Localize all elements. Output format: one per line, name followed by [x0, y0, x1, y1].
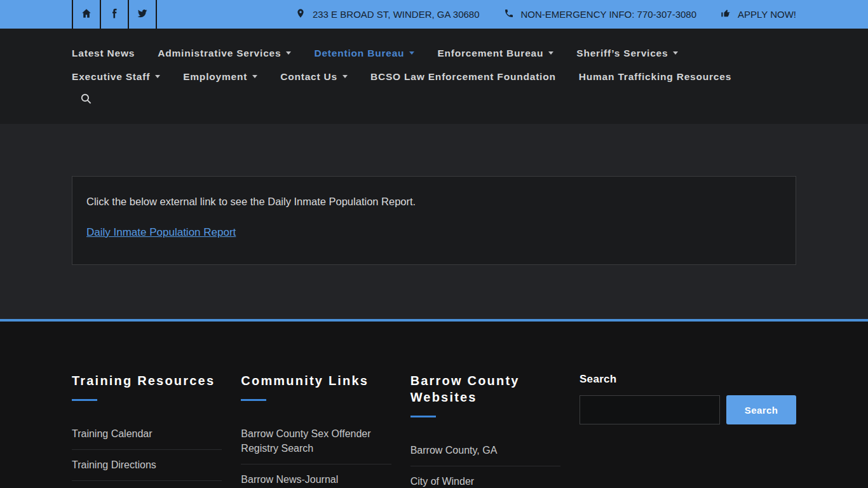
nav-item-executive-staff[interactable]: Executive Staff [72, 71, 160, 83]
notice-text: Click the below external link to see the… [86, 194, 782, 210]
footer-search-button[interactable]: Search [726, 395, 796, 424]
nav-row-1: Latest News Administrative Services Dete… [72, 41, 796, 65]
facebook-button[interactable] [101, 0, 129, 29]
phone-text: NON-EMERGENCY INFO: 770-307-3080 [521, 9, 696, 20]
footer-column-training-resources: Training Resources Training Calendar Tra… [72, 372, 222, 488]
nav-item-detention-bureau[interactable]: Detention Bureau [314, 48, 414, 59]
nav-row-2: Executive Staff Employment Contact Us BC… [72, 65, 796, 88]
caret-down-icon [409, 51, 414, 55]
home-icon [81, 8, 92, 22]
footer-link-training-calendar[interactable]: Training Calendar [72, 426, 222, 450]
search-label: Search [580, 372, 796, 386]
nav-label: Contact Us [280, 71, 337, 83]
caret-down-icon [342, 75, 348, 78]
footer-column-barrow-county-websites: Barrow County Websites Barrow County, GA… [410, 372, 560, 488]
nav-label: Executive Staff [72, 71, 150, 83]
nav-label: Sheriff’s Services [576, 48, 668, 59]
topbar-info: 233 E BROAD ST, WINDER, GA 30680 NON-EME… [157, 0, 868, 29]
footer-heading: Barrow County Websites [410, 372, 560, 405]
caret-down-icon [673, 51, 678, 55]
nav-label: Human Trafficking Resources [579, 71, 731, 83]
nav-item-employment[interactable]: Employment [183, 71, 257, 83]
phone-icon [504, 8, 514, 20]
nav-label: BCSO Law Enforcement Foundation [370, 71, 556, 83]
twitter-icon [137, 8, 148, 22]
heading-underline [72, 399, 97, 401]
footer-search-widget: Search Search [580, 372, 796, 488]
footer-link-barrow-news-journal[interactable]: Barrow News-Journal [241, 464, 391, 488]
twitter-button[interactable] [129, 0, 157, 29]
nav-label: Detention Bureau [314, 48, 404, 59]
social-links [72, 0, 157, 29]
caret-down-icon [286, 51, 291, 55]
main-content: Click the below external link to see the… [0, 124, 868, 319]
footer-link-training-request-forms[interactable]: Training Request Forms [72, 481, 222, 488]
daily-inmate-population-report-link[interactable]: Daily Inmate Population Report [86, 226, 236, 239]
nav-label: Latest News [72, 48, 135, 59]
nav-item-administrative-services[interactable]: Administrative Services [158, 48, 291, 59]
search-icon [80, 93, 92, 107]
footer-link-barrow-county-ga[interactable]: Barrow County, GA [410, 443, 560, 466]
thumbs-up-icon [721, 8, 731, 20]
map-pin-icon [295, 8, 306, 20]
footer-search-input[interactable] [580, 395, 720, 424]
nav-label: Employment [183, 71, 247, 83]
footer-link-training-directions[interactable]: Training Directions [72, 450, 222, 481]
footer-heading: Training Resources [72, 372, 222, 389]
nav-item-contact-us[interactable]: Contact Us [280, 71, 348, 83]
apply-now-link[interactable]: APPLY NOW! [721, 8, 796, 20]
nav-item-enforcement-bureau[interactable]: Enforcement Bureau [437, 48, 553, 59]
facebook-icon [109, 8, 120, 22]
caret-down-icon [548, 51, 553, 55]
nav-row-3 [72, 88, 796, 112]
caret-down-icon [252, 75, 257, 78]
nav-item-bcso-foundation[interactable]: BCSO Law Enforcement Foundation [370, 71, 556, 83]
topbar: 233 E BROAD ST, WINDER, GA 30680 NON-EME… [0, 0, 868, 29]
address-text: 233 E BROAD ST, WINDER, GA 30680 [313, 9, 480, 20]
nav-item-human-trafficking[interactable]: Human Trafficking Resources [579, 71, 731, 83]
footer-link-city-of-winder[interactable]: City of Winder [410, 466, 560, 488]
nav-item-sheriffs-services[interactable]: Sheriff’s Services [576, 48, 678, 59]
footer-column-community-links: Community Links Barrow County Sex Offend… [241, 372, 391, 488]
nav-search-button[interactable] [80, 93, 92, 107]
address-item: 233 E BROAD ST, WINDER, GA 30680 [295, 8, 480, 20]
main-navigation: Latest News Administrative Services Dete… [0, 29, 868, 124]
nav-item-latest-news[interactable]: Latest News [72, 48, 135, 59]
footer-heading: Community Links [241, 372, 391, 389]
home-button[interactable] [73, 0, 101, 29]
heading-underline [241, 399, 266, 401]
heading-underline [410, 416, 436, 417]
footer: Training Resources Training Calendar Tra… [0, 322, 868, 488]
apply-now-text: APPLY NOW! [738, 9, 796, 20]
inmate-report-notice-box: Click the below external link to see the… [72, 176, 796, 265]
caret-down-icon [155, 75, 160, 78]
nav-label: Administrative Services [158, 48, 281, 59]
phone-item: NON-EMERGENCY INFO: 770-307-3080 [504, 8, 696, 20]
nav-label: Enforcement Bureau [437, 48, 543, 59]
footer-link-sex-offender-registry[interactable]: Barrow County Sex Offender Registry Sear… [241, 426, 391, 464]
